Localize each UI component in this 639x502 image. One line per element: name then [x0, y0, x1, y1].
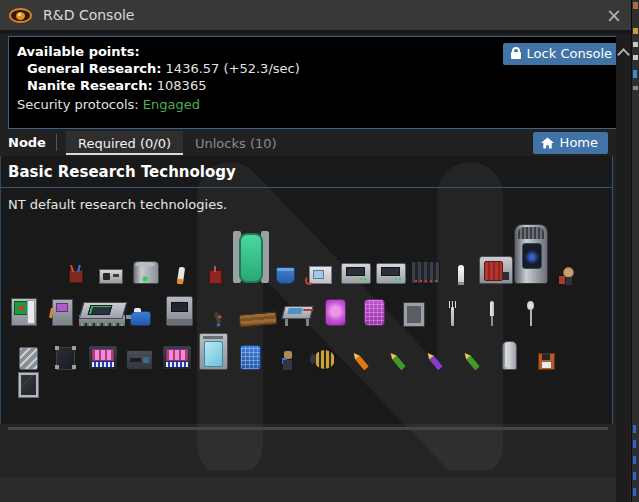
caged-sphere-icon[interactable] — [313, 349, 336, 370]
unlock-cell — [343, 356, 380, 370]
unlock-cell — [408, 261, 443, 284]
nanite-research-label: Nanite Research: — [27, 78, 153, 93]
home-label: Home — [560, 135, 598, 150]
unlock-cell — [4, 298, 43, 326]
floor-grille-icon[interactable] — [411, 261, 440, 284]
unlock-cell — [232, 345, 269, 370]
home-button[interactable]: Home — [533, 132, 608, 154]
scrollbar[interactable] — [616, 33, 630, 502]
green-crayon-icon[interactable] — [392, 356, 406, 371]
red-signaler-icon[interactable] — [209, 270, 222, 284]
scroll-up-button[interactable] — [618, 47, 627, 56]
general-research-value: 1436.57 (+52.3/sec) — [166, 61, 300, 76]
unlock-row — [0, 284, 613, 326]
orange-crayon-icon[interactable] — [355, 356, 369, 371]
unlock-cell — [268, 267, 303, 284]
hand-tool-icon[interactable] — [211, 311, 226, 328]
security-camera-icon[interactable] — [99, 269, 123, 284]
unlock-row — [0, 226, 613, 284]
radio-console-icon[interactable] — [341, 263, 371, 284]
node-label: Node — [8, 135, 46, 150]
metal-keg-icon[interactable] — [133, 261, 159, 284]
operating-table-icon[interactable] — [282, 306, 312, 326]
framed-pane-icon[interactable] — [19, 373, 38, 397]
unlock-row — [0, 326, 613, 370]
blue-sprayer-icon[interactable] — [130, 311, 151, 326]
adjacent-window-sliver — [632, 0, 639, 502]
tab-required[interactable]: Required (0/0) — [66, 131, 183, 155]
node-title: Basic Research Technology — [0, 156, 613, 188]
brown-figure-icon[interactable] — [559, 267, 573, 284]
lock-console-label: Lock Console — [527, 46, 612, 61]
wired-device-icon[interactable] — [69, 270, 83, 283]
protolathe-icon[interactable] — [79, 302, 125, 326]
close-button[interactable]: × — [606, 4, 622, 26]
unlock-cell — [417, 356, 454, 370]
tab-unlocks[interactable]: Unlocks (10) — [183, 131, 289, 155]
glass-sheet-icon[interactable] — [19, 347, 38, 370]
synthesizer-icon[interactable] — [88, 345, 118, 370]
white-flare-icon[interactable] — [176, 267, 184, 285]
unlock-cell — [121, 350, 158, 370]
purple-crayon-icon[interactable] — [429, 356, 443, 371]
node-description: NT default research technologies. — [0, 188, 613, 212]
unlock-cell — [380, 356, 417, 370]
unlock-cell — [269, 351, 306, 370]
unlock-cell — [47, 347, 84, 370]
metal-frame-icon[interactable] — [404, 303, 424, 326]
autolathe-icon[interactable] — [166, 296, 193, 326]
unlock-cell — [303, 266, 338, 284]
dark-tile-icon[interactable] — [56, 347, 75, 370]
unlock-cell — [84, 345, 121, 370]
figurine-icon[interactable] — [280, 351, 295, 370]
fork-icon[interactable] — [449, 301, 456, 326]
fax-machine-icon[interactable] — [309, 266, 332, 284]
unlock-cell — [306, 349, 343, 370]
unlock-cell — [513, 224, 548, 284]
unlock-cell — [355, 299, 394, 326]
home-icon — [541, 137, 554, 149]
bucket-icon[interactable] — [276, 267, 295, 284]
unlock-cell — [58, 270, 93, 284]
radio-console-icon[interactable] — [376, 263, 406, 284]
red-storage-machine-icon[interactable] — [479, 256, 513, 284]
floppy-disk-icon[interactable] — [538, 353, 555, 370]
knife-icon[interactable] — [489, 301, 495, 326]
node-section: Basic Research Technology NT default res… — [0, 156, 613, 424]
lower-band — [0, 478, 631, 502]
unlock-cell — [443, 265, 478, 284]
purple-sheet-icon[interactable] — [325, 299, 346, 326]
wood-planks-icon[interactable] — [238, 311, 277, 327]
purple-mesh-icon[interactable] — [364, 299, 385, 326]
unlock-cell — [121, 311, 160, 326]
unlock-cell — [394, 303, 433, 326]
unlock-cell — [277, 306, 316, 326]
cryo-pod-icon[interactable] — [514, 224, 548, 284]
synthesizer-icon[interactable] — [162, 345, 192, 370]
unlock-cell — [472, 301, 511, 326]
unlock-cell — [163, 267, 198, 284]
security-protocols-row: Security protocols: Engaged — [17, 97, 620, 112]
tape-deck-icon[interactable] — [126, 350, 153, 370]
unlock-cell — [93, 269, 128, 284]
component-rack-icon[interactable] — [52, 299, 73, 326]
green-crayon-icon[interactable] — [466, 356, 480, 371]
unlocks-icon-grid — [0, 226, 613, 397]
medical-console-icon[interactable] — [11, 298, 37, 326]
blue-screen-machine-icon[interactable] — [199, 333, 228, 370]
mini-rocket-icon[interactable] — [458, 265, 464, 284]
unlock-cell — [10, 373, 47, 397]
spoon-icon[interactable] — [527, 301, 534, 326]
steel-tank-icon[interactable] — [502, 341, 517, 370]
unlock-cell — [198, 270, 233, 284]
general-research-label: General Research: — [27, 61, 161, 76]
titlebar-separator — [0, 30, 631, 34]
unlock-cell — [454, 356, 491, 370]
titlebar[interactable]: R&D Console × — [0, 0, 631, 30]
blue-mesh-icon[interactable] — [240, 345, 261, 370]
security-status: Engaged — [143, 97, 200, 112]
stasis-bed-icon[interactable] — [233, 230, 269, 284]
lock-console-button[interactable]: Lock Console — [503, 43, 622, 65]
unlock-cell — [158, 345, 195, 370]
unlock-cell — [10, 347, 47, 370]
